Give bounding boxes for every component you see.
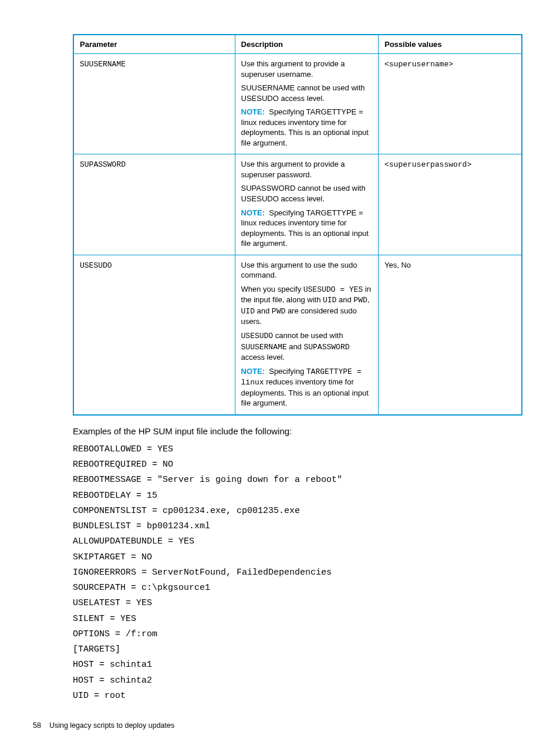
- footer-title: Using legacy scripts to deploy updates: [49, 721, 174, 730]
- possible-values: <superuserpassword>: [384, 160, 471, 169]
- desc-text: SUUSERNAME cannot be used with USESUDO a…: [241, 83, 372, 103]
- example-code-block: REBOOTALLOWED = YES REBOOTREQUIRED = NO …: [73, 442, 522, 704]
- desc-text: Use this argument to provide a superuser…: [241, 59, 372, 79]
- header-values: Possible values: [379, 35, 522, 54]
- param-name: SUUSERNAME: [80, 60, 126, 69]
- desc-note: NOTE: Specifying TARGETTYPE = linux redu…: [241, 107, 372, 148]
- param-name: USESUDO: [80, 261, 112, 270]
- desc-note: NOTE: Specifying TARGETTYPE = linux redu…: [241, 366, 372, 409]
- note-label: NOTE:: [241, 107, 265, 116]
- page-number: 58: [33, 721, 41, 730]
- note-label: NOTE:: [241, 367, 265, 376]
- table-row: SUPASSWORD Use this argument to provide …: [73, 154, 522, 255]
- desc-text: SUPASSWORD cannot be used with USESUDO a…: [241, 183, 372, 204]
- table-row: USESUDO Use this argument to use the sud…: [73, 255, 522, 415]
- header-parameter: Parameter: [73, 35, 235, 54]
- header-description: Description: [235, 35, 378, 54]
- possible-values: <superusername>: [384, 60, 453, 69]
- table-row: SUUSERNAME Use this argument to provide …: [73, 54, 522, 154]
- desc-text: USESUDO cannot be used with SUUSERNAME a…: [241, 330, 372, 363]
- desc-note: NOTE: Specifying TARGETTYPE = linux redu…: [241, 208, 372, 249]
- note-label: NOTE:: [241, 208, 265, 217]
- examples-intro: Examples of the HP SUM input file includ…: [73, 426, 522, 436]
- desc-text: When you specify USESUDO = YES in the in…: [241, 284, 372, 327]
- parameter-table: Parameter Description Possible values SU…: [73, 34, 522, 416]
- page-footer: 58Using legacy scripts to deploy updates: [33, 721, 174, 730]
- desc-text: Use this argument to provide a superuser…: [241, 159, 372, 180]
- possible-values: Yes, No: [384, 261, 411, 269]
- param-name: SUPASSWORD: [80, 160, 126, 169]
- desc-text: Use this argument to use the sudo comman…: [241, 260, 372, 281]
